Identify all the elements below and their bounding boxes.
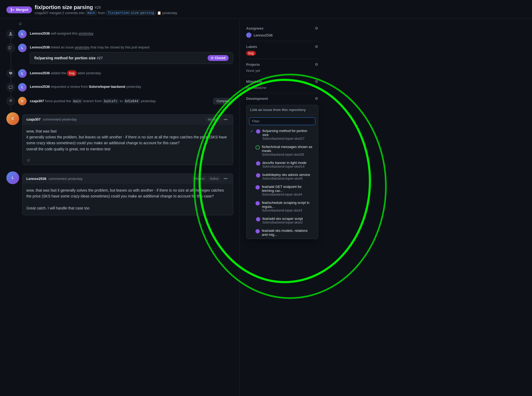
comment-box-czaja: czaja307 commented yesterday Member ••• … [22, 114, 233, 165]
right-sidebar: Assignees ⚙ Lennox2536 Labels ⚙ bug [240, 19, 325, 396]
comment-box-lennox: Lennox2536 commented yesterday Member Au… [22, 174, 233, 215]
dev-dropdown: Link an issue from this repository ✓ fix… [246, 105, 318, 239]
projects-none: None yet [246, 69, 318, 73]
bug-label-sidebar: bug [246, 51, 256, 56]
lennox-avatar-assign: L [18, 30, 27, 38]
dropdown-item-7[interactable]: feat/add sks scraper script Solvro/backe… [246, 214, 318, 226]
czaja-avatar-push: C [18, 97, 27, 105]
review-icon [6, 83, 15, 92]
lennox-avatar-link: L [18, 44, 27, 52]
projects-gear[interactable]: ⚙ [315, 62, 318, 67]
check-icon-1: ✓ [250, 129, 254, 133]
issue-link-box: fix/parsing method for portion size #27 … [30, 52, 233, 64]
pr-number: #29 [94, 5, 101, 10]
timeline-item-label: L Lennox2536 added the bug label yesterd… [6, 67, 233, 80]
comment-footer-czaja: ☺ [23, 156, 233, 165]
comment-row-czaja: C czaja307 commented yesterday Member ••… [6, 108, 233, 167]
dropdown-item-8[interactable]: feat/add sks models, relations and mig..… [246, 226, 318, 239]
push-icon [6, 97, 15, 105]
dropdown-header: Link an issue from this repository [246, 105, 318, 115]
status-icon-7 [256, 217, 260, 221]
dropdown-item-1[interactable]: ✓ fix/parsing method for portion size So… [246, 127, 318, 143]
status-icon-4 [256, 173, 260, 178]
author-badge: Author [208, 176, 220, 181]
dropdown-item-6[interactable]: feat/schedule scraping script in regula.… [246, 199, 318, 214]
status-icon-5 [255, 185, 260, 189]
czaja-avatar-comment: C [6, 112, 19, 125]
pr-header: Merged fix/portion size parsing #29 czaj… [0, 0, 532, 19]
sidebar-projects: Projects ⚙ None yet [246, 59, 318, 76]
comment-row-lennox: L Lennox2536 commented yesterday Member … [6, 167, 233, 217]
milestone-none: No milestone [246, 86, 318, 90]
bug-label: bug [67, 70, 77, 76]
status-icon-6 [255, 201, 260, 205]
link-icon [6, 44, 15, 52]
development-gear[interactable]: ⚙ [315, 96, 318, 101]
timeline-item-push: C czaja307 force-pushed the main branch … [6, 94, 233, 108]
lennox-avatar-comment2: L [6, 171, 19, 184]
comment-body-czaja: wow, that was fast it generally solves t… [23, 125, 233, 156]
assignee-avatar [246, 32, 251, 38]
assign-icon [6, 30, 15, 38]
timeline-item-review: L Lennox2536 requested a review from Sol… [6, 80, 233, 94]
pr-title: fix/portion size parsing [35, 4, 93, 10]
sidebar-labels: Labels ⚙ bug [246, 41, 318, 59]
member-badge: Member [206, 117, 220, 122]
base-branch[interactable]: main [85, 10, 97, 15]
comment-more-btn2[interactable]: ••• [222, 176, 229, 181]
compare-button[interactable]: Compare [213, 98, 233, 104]
sidebar-milestone: Milestone ⚙ No milestone [246, 76, 318, 93]
labels-gear[interactable]: ⚙ [315, 44, 318, 49]
assignee-row: Lennox2536 [246, 32, 318, 38]
head-branch[interactable]: fix/portion-size-parsing [106, 10, 156, 15]
comment-emoji-btn[interactable]: ☺ [26, 158, 31, 163]
comment-body-lennox: wow, that was fast it generally solves t… [23, 184, 233, 215]
status-icon-8 [255, 229, 260, 233]
member-badge2: Member [192, 176, 207, 181]
comment-more-btn[interactable]: ••• [222, 117, 229, 122]
closed-badge: ⊙ Closed [208, 55, 229, 61]
lennox-avatar-review: L [18, 83, 27, 92]
pr-meta: czaja307 merged 2 commits into main from… [35, 10, 177, 15]
sidebar-assignees: Assignees ⚙ Lennox2536 [246, 23, 318, 41]
dropdown-item-4[interactable]: build/deploy sks adonis service Solvro/b… [246, 171, 318, 183]
sidebar-development: Development ⚙ Link an issue from this re… [246, 93, 318, 242]
comment-header-lennox: Lennox2536 commented yesterday Member Au… [23, 174, 233, 184]
emoji-reaction-btn[interactable]: ☺ [18, 21, 22, 26]
timeline-item-assign: L Lennox2536 self-assigned this yesterda… [6, 27, 233, 41]
dropdown-item-2[interactable]: fix/technical messages shown as meals So… [246, 143, 318, 159]
filter-input[interactable] [249, 117, 315, 125]
dropdown-item-3[interactable]: docs/fix banner in light mode Solvro/bac… [246, 159, 318, 171]
status-icon-2 [255, 145, 260, 150]
timeline-content-assign: Lennox2536 self-assigned this yesterday [30, 30, 233, 36]
assignees-gear[interactable]: ⚙ [315, 26, 318, 30]
labels-row: bug [246, 51, 318, 56]
emoji-bar: ☺ [6, 19, 233, 27]
merged-badge: Merged [6, 6, 32, 13]
left-content: ☺ L Lennox2536 self-assigned this yester… [0, 19, 240, 396]
merge-icon [10, 8, 14, 12]
milestone-gear[interactable]: ⚙ [315, 79, 318, 84]
main-layout: ☺ L Lennox2536 self-assigned this yester… [0, 19, 532, 396]
label-icon [6, 69, 15, 78]
status-icon-3 [256, 161, 260, 166]
lennox-avatar-label: L [18, 69, 27, 78]
status-icon-1 [256, 129, 260, 134]
timeline-item-link: L Lennox2536 linked an issue yesterday t… [6, 41, 233, 67]
dropdown-item-5[interactable]: feat/add GET endpoint for fetching cac..… [246, 183, 318, 199]
comment-header-czaja: czaja307 commented yesterday Member ••• [23, 115, 233, 125]
